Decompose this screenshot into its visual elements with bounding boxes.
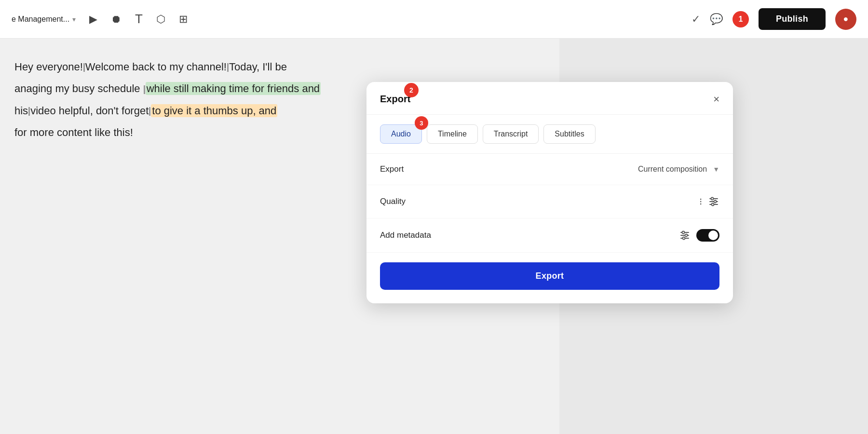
shape-icon[interactable]: ⬡	[156, 13, 165, 26]
svg-point-5	[712, 203, 714, 206]
toolbar-icons: ▶ ⏺ T ⬡ ⊞	[89, 12, 188, 27]
modal-overlay: Export 2 × Audio 3 Timel	[0, 39, 868, 434]
modal-close-button[interactable]: ×	[713, 94, 719, 105]
tab-subtitles[interactable]: Subtitles	[543, 124, 595, 144]
tab-audio[interactable]: Audio 3	[380, 124, 422, 144]
tab-transcript[interactable]: Transcript	[483, 124, 539, 144]
text-icon[interactable]: T	[135, 12, 143, 27]
toggle-knob	[708, 231, 718, 240]
metadata-label: Add metadata	[380, 231, 431, 240]
record-icon[interactable]: ⏺	[111, 13, 122, 26]
export-button-container: Export	[366, 253, 733, 303]
modal-title: Export 2	[380, 94, 410, 105]
metadata-row: Add metadata	[366, 218, 733, 253]
export-button[interactable]: Export	[380, 262, 719, 290]
step-badge-3: 3	[415, 116, 428, 130]
modal-tabs: Audio 3 Timeline Transcript Subtitles	[366, 115, 733, 154]
metadata-toggle[interactable]	[696, 229, 719, 242]
avatar: ●	[835, 9, 856, 30]
step-badge-1: 1	[732, 11, 749, 27]
tab-timeline[interactable]: Timeline	[427, 124, 478, 144]
export-row: Export Current composition ▼	[366, 154, 733, 185]
export-label: Export	[380, 164, 404, 174]
step-badge-2: 2	[404, 83, 419, 97]
toolbar-left: e Management... ▾ ▶ ⏺ T ⬡ ⊞	[12, 12, 188, 27]
metadata-sliders-icon[interactable]	[679, 230, 691, 241]
modal-header: Export 2 ×	[366, 82, 733, 115]
main-content: Hey everyone!Welcome back to my channel!…	[0, 39, 868, 434]
svg-point-9	[685, 234, 688, 237]
svg-point-1	[711, 198, 714, 200]
play-icon[interactable]: ▶	[89, 13, 97, 26]
quality-sliders-icon[interactable]: ⁝	[699, 196, 702, 207]
svg-point-3	[714, 201, 717, 203]
grid-icon[interactable]: ⊞	[179, 13, 188, 26]
quality-label: Quality	[380, 197, 406, 206]
export-modal: Export 2 × Audio 3 Timel	[366, 82, 733, 303]
chevron-down-icon: ▼	[713, 165, 719, 173]
sliders-icon-svg[interactable]	[708, 196, 719, 207]
quality-controls[interactable]: ⁝	[699, 196, 719, 207]
toolbar-right: ✓ 💬 1 Publish ●	[692, 8, 856, 30]
quality-row: Quality ⁝	[366, 185, 733, 218]
app-title[interactable]: e Management... ▾	[12, 15, 76, 24]
publish-button[interactable]: Publish	[759, 8, 826, 30]
check-icon[interactable]: ✓	[692, 13, 700, 26]
chat-icon[interactable]: 💬	[710, 13, 723, 26]
toolbar: e Management... ▾ ▶ ⏺ T ⬡ ⊞ ✓ 💬 1 Publis…	[0, 0, 868, 39]
svg-point-11	[683, 237, 685, 240]
metadata-controls	[679, 229, 719, 242]
svg-point-7	[682, 231, 685, 234]
export-dropdown[interactable]: Current composition ▼	[638, 165, 719, 174]
